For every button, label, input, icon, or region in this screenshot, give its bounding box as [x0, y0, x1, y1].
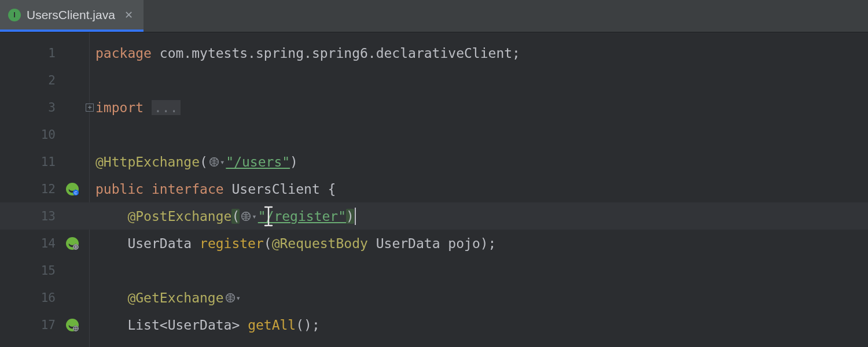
annotation: @RequestBody	[272, 236, 368, 251]
line-number: 2	[32, 73, 56, 87]
editor-tab[interactable]: I UsersClient.java ✕	[0, 0, 144, 32]
url-globe-icon[interactable]: ▾	[209, 157, 225, 167]
line-number: 14	[32, 237, 56, 250]
tab-bar: I UsersClient.java ✕	[0, 0, 868, 32]
type: UserData	[376, 236, 440, 251]
annotation: @GetExchange	[127, 290, 223, 305]
spring-web-gutter-icon[interactable]	[65, 236, 80, 251]
class-name: UsersClient	[231, 182, 319, 197]
param-name: pojo	[448, 236, 480, 251]
line-number: 13	[32, 209, 56, 223]
type: UserData	[168, 318, 232, 333]
editor: 1 2 3 + 10 11 12 C 13 14 15 16	[0, 32, 868, 347]
url-globe-icon[interactable]: ▾	[225, 293, 241, 303]
keyword: import	[95, 100, 144, 115]
interface-file-icon: I	[8, 9, 21, 21]
chevron-down-icon: ▾	[252, 212, 256, 221]
annotation: @PostExchange	[127, 209, 231, 224]
line-number: 17	[32, 318, 56, 332]
code-area[interactable]: package com.mytests.spring.spring6.decla…	[90, 32, 868, 347]
spring-bean-gutter-icon[interactable]: C	[65, 182, 80, 197]
gutter: 1 2 3 + 10 11 12 C 13 14 15 16	[0, 32, 90, 347]
package-name: com.mytests.spring.spring6.declarativeCl…	[160, 46, 512, 61]
url-globe-icon[interactable]: ▾	[241, 211, 256, 222]
line-number: 3	[32, 101, 56, 115]
type: UserData	[127, 236, 192, 251]
keyword: public	[95, 182, 144, 197]
keyword: interface	[152, 182, 224, 197]
close-tab-icon[interactable]: ✕	[124, 9, 133, 21]
line-number: 10	[32, 128, 56, 142]
method-name: getAll	[248, 318, 296, 333]
annotation: @HttpExchange	[95, 154, 200, 169]
text-caret	[355, 208, 356, 225]
folded-region[interactable]: ...	[152, 100, 181, 115]
line-number: 1	[32, 46, 56, 60]
keyword: package	[95, 46, 152, 61]
svg-text:C: C	[74, 191, 77, 195]
string-literal: "/register"	[258, 209, 346, 224]
chevron-down-icon: ▾	[220, 157, 225, 167]
line-number: 12	[32, 182, 56, 196]
method-name: register	[200, 236, 264, 251]
tab-filename: UsersClient.java	[27, 8, 115, 22]
chevron-down-icon: ▾	[236, 293, 241, 302]
type: List	[127, 318, 159, 333]
spring-web-gutter-icon[interactable]	[65, 318, 80, 333]
line-number: 15	[32, 264, 56, 278]
string-literal: "/users"	[226, 154, 290, 169]
line-number: 16	[32, 291, 56, 305]
line-number: 11	[32, 155, 56, 169]
